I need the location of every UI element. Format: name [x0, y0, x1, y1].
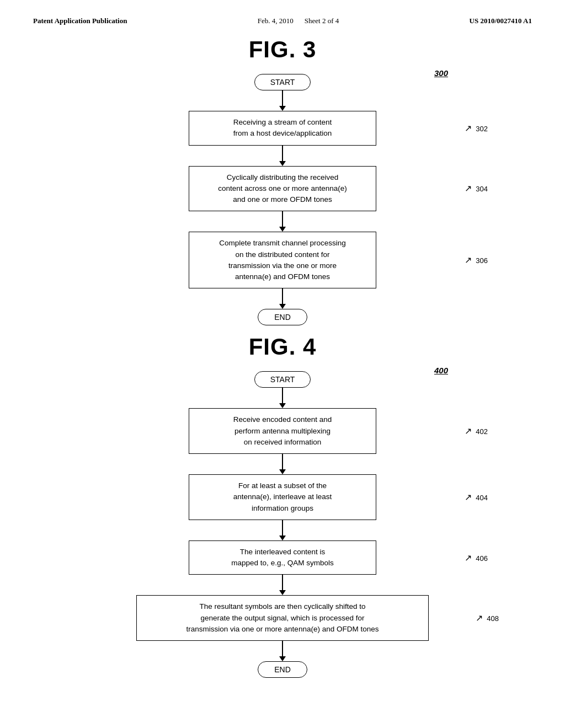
ref-slash-402: ↗ — [465, 426, 472, 436]
arrow-head — [279, 403, 286, 408]
fig4-step406-ref: ↗ 406 — [465, 553, 488, 563]
arrow-head — [279, 106, 286, 111]
fig4-step404-text: For at least a subset of theantenna(e), … — [233, 481, 332, 512]
ref-slash-404: ↗ — [465, 493, 472, 502]
arrow-head — [279, 161, 286, 166]
arrow-line — [282, 388, 283, 403]
fig4-step408-row: The resultant symbols are then cyclicall… — [33, 595, 532, 641]
arrow2 — [279, 146, 286, 166]
fig4-step406-node: The interleaved content ismapped to, e.g… — [189, 540, 376, 575]
arrow-line — [282, 575, 283, 590]
arrow-line — [282, 211, 283, 227]
arrow1 — [279, 90, 286, 111]
arrow3 — [279, 211, 286, 232]
fig3-end-row: END — [33, 309, 532, 325]
fig3-end-node: END — [258, 309, 307, 325]
fig3-step306-text: Complete transmit channel processingon t… — [219, 239, 346, 281]
fig3-step302-text: Receiving a stream of contentfrom a host… — [233, 118, 332, 137]
fig3-step302-ref: ↗ 302 — [465, 123, 488, 133]
ref-slash-302: ↗ — [465, 124, 472, 133]
fig4-section: FIG. 4 400 START Receive encoded content… — [33, 334, 532, 678]
arrow-line — [282, 520, 283, 536]
arrow-line — [282, 288, 283, 304]
fig3-step304-row: Cyclically distributing the receivedcont… — [33, 166, 532, 212]
fig4-step402-row: Receive encoded content andperform anten… — [33, 408, 532, 454]
fig3-section: FIG. 3 300 START Receiving a stream of c… — [33, 36, 532, 325]
header-date: Feb. 4, 2010 — [258, 17, 294, 25]
arrow-line — [282, 641, 283, 656]
fig3-title: FIG. 3 — [33, 36, 532, 63]
fig4-step404-ref: ↗ 404 — [465, 492, 488, 502]
arrow-head — [279, 304, 286, 309]
fig4-step406-row: The interleaved content ismapped to, e.g… — [33, 540, 532, 575]
fig3-step304-text: Cyclically distributing the receivedcont… — [218, 173, 347, 204]
arrow-head — [279, 590, 286, 595]
arrow7 — [279, 520, 286, 540]
header-patent: US 2010/0027410 A1 — [470, 17, 532, 25]
ref-slash-306: ↗ — [465, 255, 472, 265]
fig3-flowchart: 300 START Receiving a stream of contentf… — [33, 74, 532, 325]
fig4-title: FIG. 4 — [33, 334, 532, 360]
fig4-step404-node: For at least a subset of theantenna(e), … — [189, 474, 376, 520]
fig4-step402-text: Receive encoded content andperform anten… — [233, 415, 332, 446]
ref-slash-304: ↗ — [465, 184, 472, 193]
header-sheet: Sheet 2 of 4 — [305, 17, 339, 25]
fig4-start-row: START — [33, 371, 532, 388]
fig4-step406-text: The interleaved content ismapped to, e.g… — [231, 548, 333, 567]
fig4-flowchart: 400 START Receive encoded content andper… — [33, 371, 532, 678]
fig3-start-node: START — [254, 74, 311, 90]
fig3-step304-node: Cyclically distributing the receivedcont… — [189, 166, 376, 212]
fig3-start-row: START — [33, 74, 532, 90]
fig3-step302-node: Receiving a stream of contentfrom a host… — [189, 111, 376, 146]
arrow-line — [282, 146, 283, 161]
fig4-step402-ref: ↗ 402 — [465, 426, 488, 436]
arrow-line — [282, 454, 283, 469]
arrow5 — [279, 388, 286, 408]
page-header: Patent Application Publication Feb. 4, 2… — [33, 17, 532, 25]
fig3-step304-ref: ↗ 304 — [465, 183, 488, 194]
page: Patent Application Publication Feb. 4, 2… — [0, 0, 565, 728]
arrow-head — [279, 227, 286, 232]
arrow4 — [279, 288, 286, 309]
fig4-end-node: END — [258, 661, 307, 678]
arrow9 — [279, 641, 286, 661]
fig4-end-row: END — [33, 661, 532, 678]
arrow6 — [279, 454, 286, 474]
arrow-head — [279, 536, 286, 540]
arrow8 — [279, 575, 286, 595]
fig4-start-node: START — [254, 371, 311, 388]
arrow-head — [279, 469, 286, 474]
fig3-step306-ref: ↗ 306 — [465, 255, 488, 265]
fig3-step306-node: Complete transmit channel processingon t… — [189, 232, 376, 288]
fig4-step408-node: The resultant symbols are then cyclicall… — [136, 595, 429, 641]
fig4-step402-node: Receive encoded content andperform anten… — [189, 408, 376, 454]
fig3-step302-row: Receiving a stream of contentfrom a host… — [33, 111, 532, 146]
header-center: Feb. 4, 2010 Sheet 2 of 4 — [258, 17, 339, 25]
fig4-step408-ref: ↗ 408 — [476, 613, 499, 623]
fig3-step306-row: Complete transmit channel processingon t… — [33, 232, 532, 288]
arrow-head — [279, 656, 286, 661]
header-publication-label: Patent Application Publication — [33, 17, 127, 25]
ref-slash-406: ↗ — [465, 553, 472, 563]
arrow-line — [282, 90, 283, 106]
fig4-step408-text: The resultant symbols are then cyclicall… — [186, 602, 379, 633]
ref-slash-408: ↗ — [476, 613, 483, 623]
fig4-step404-row: For at least a subset of theantenna(e), … — [33, 474, 532, 520]
